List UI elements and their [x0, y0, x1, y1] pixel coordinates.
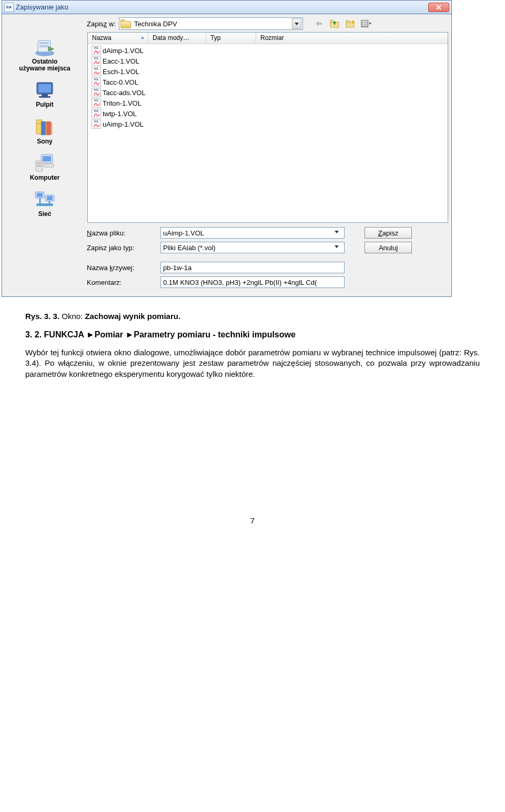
close-icon: [436, 5, 441, 10]
file-item[interactable]: VOLTriton-1.VOL: [88, 98, 448, 108]
file-item[interactable]: VOLTacc-ads.VOL: [88, 87, 448, 98]
desktop-icon: [34, 79, 56, 100]
column-data-modyfikacji[interactable]: Data mody…: [148, 33, 206, 44]
svg-rect-37: [44, 164, 54, 167]
file-item[interactable]: VOLtwtp-1.VOL: [88, 108, 448, 119]
column-rozmiar[interactable]: Rozmiar: [256, 33, 448, 44]
places-bar: Ostatnio używane miejsca Pulpit: [5, 32, 84, 223]
svg-rect-33: [43, 156, 51, 161]
comment-input[interactable]: 0.1M KNO3 (HNO3, pH3) +2nglL Pb(II) +4ng…: [160, 276, 345, 288]
place-recent[interactable]: Ostatnio używane miejsca: [6, 34, 83, 75]
file-item[interactable]: VOLdAimp-1.VOL: [88, 45, 448, 56]
place-desktop[interactable]: Pulpit: [6, 77, 83, 111]
svg-marker-23: [48, 47, 54, 51]
place-label: Sony: [6, 138, 83, 145]
place-network[interactable]: Sieć: [6, 187, 83, 221]
file-name: Triton-1.VOL: [103, 99, 142, 107]
file-item[interactable]: VOLEacc-1.VOL: [88, 56, 448, 66]
file-name: Eacc-1.VOL: [103, 57, 139, 65]
view-menu-icon[interactable]: [361, 18, 371, 29]
network-icon: [34, 189, 56, 210]
file-item[interactable]: VOLuAimp-1.VOL: [88, 119, 448, 129]
vol-file-icon: VOL: [90, 67, 103, 76]
filetype-dropdown[interactable]: Pliki EAlab (*.vol): [160, 242, 345, 253]
section-heading: 3. 2. FUNKCJA ►Pomiar ►Parametry pomiaru…: [25, 330, 480, 340]
svg-rect-22: [39, 45, 49, 47]
file-name: Tacc-ads.VOL: [103, 89, 146, 97]
column-headers: Nazwa Data mody… Typ Rozmiar: [88, 33, 448, 44]
save-button[interactable]: Zapisz: [365, 227, 412, 239]
svg-rect-9: [346, 20, 349, 23]
file-item[interactable]: VOLTacc-0.VOL: [88, 77, 448, 87]
file-name: dAimp-1.VOL: [103, 47, 144, 55]
place-label: Pulpit: [6, 101, 83, 108]
paragraph: Wybór tej funkcji otwiera okno dialogowe…: [25, 347, 480, 379]
vol-file-icon: VOL: [90, 88, 103, 97]
comment-label: Komentarz:: [87, 279, 155, 286]
svg-rect-41: [47, 196, 53, 200]
place-label: Ostatnio używane miejsca: [6, 58, 83, 72]
place-label: Komputer: [6, 174, 83, 181]
place-computer[interactable]: Komputer: [6, 150, 83, 184]
svg-rect-30: [41, 121, 46, 135]
svg-rect-31: [46, 121, 51, 135]
sort-asc-icon: [140, 36, 145, 40]
look-in-value: Technika DPV: [134, 20, 292, 28]
save-as-dialog: EA Zapisywanie jako Zapisz w: Technika D…: [2, 0, 452, 297]
svg-rect-5: [330, 20, 334, 23]
svg-rect-26: [42, 94, 48, 96]
place-sony[interactable]: Sony: [6, 114, 83, 148]
file-name: uAimp-1.VOL: [103, 120, 144, 128]
svg-rect-35: [37, 162, 42, 164]
cancel-button[interactable]: Anuluj: [365, 242, 412, 253]
file-list-panel: Nazwa Data mody… Typ Rozmiar VOLdAimp-1.…: [87, 32, 448, 223]
svg-marker-45: [141, 36, 144, 39]
svg-rect-39: [37, 193, 43, 197]
vol-file-icon: VOL: [90, 56, 103, 66]
look-in-dropdown[interactable]: Technika DPV: [119, 17, 303, 30]
sony-folder-icon: [34, 116, 56, 137]
file-name: Esch-1.VOL: [103, 68, 139, 76]
svg-marker-46: [335, 231, 339, 233]
vol-file-icon: VOL: [90, 119, 103, 129]
svg-marker-18: [369, 23, 371, 25]
computer-icon: [34, 152, 56, 173]
back-arrow-icon[interactable]: [314, 18, 324, 29]
figure-caption: Rys. 3. 3. Okno: Zachowaj wynik pomiaru.: [25, 312, 480, 321]
curve-name-input[interactable]: pb-1w-1a: [160, 262, 345, 273]
folder-icon: [120, 19, 132, 28]
svg-rect-25: [38, 84, 51, 92]
svg-marker-2: [295, 23, 299, 25]
recent-places-icon: [34, 36, 56, 57]
column-typ[interactable]: Typ: [206, 33, 256, 44]
svg-rect-21: [39, 42, 49, 44]
dropdown-button[interactable]: [335, 228, 344, 238]
column-nazwa[interactable]: Nazwa: [88, 33, 148, 44]
vol-file-icon: VOL: [90, 77, 103, 87]
file-item[interactable]: VOLEsch-1.VOL: [88, 66, 448, 77]
file-name: twtp-1.VOL: [103, 110, 137, 118]
dropdown-button[interactable]: [292, 18, 301, 29]
page-number: 7: [25, 516, 480, 525]
place-label: Sieć: [6, 211, 83, 218]
filename-label: Nazwa pliku:: [87, 229, 155, 237]
svg-rect-36: [37, 165, 42, 167]
vol-file-icon: VOL: [90, 109, 103, 118]
up-folder-icon[interactable]: [329, 18, 340, 29]
svg-marker-3: [316, 21, 322, 26]
titlebar[interactable]: EA Zapisywanie jako: [2, 1, 451, 14]
dialog-title: Zapisywanie jako: [16, 3, 68, 11]
close-button[interactable]: [428, 3, 449, 12]
svg-rect-27: [39, 96, 50, 98]
svg-rect-7: [334, 23, 335, 25]
svg-marker-47: [335, 245, 339, 248]
file-name: Tacc-0.VOL: [103, 78, 138, 86]
new-folder-icon[interactable]: [345, 18, 356, 29]
vol-file-icon: VOL: [90, 98, 103, 108]
filename-input[interactable]: uAimp-1.VOL: [160, 227, 345, 239]
dropdown-button[interactable]: [335, 242, 344, 253]
curve-name-label: Nazwa krzywej:: [87, 264, 155, 272]
filetype-label: Zapisz jako typ:: [87, 244, 155, 252]
document-body: Rys. 3. 3. Okno: Zachowaj wynik pomiaru.…: [25, 312, 480, 525]
svg-rect-42: [36, 203, 53, 206]
